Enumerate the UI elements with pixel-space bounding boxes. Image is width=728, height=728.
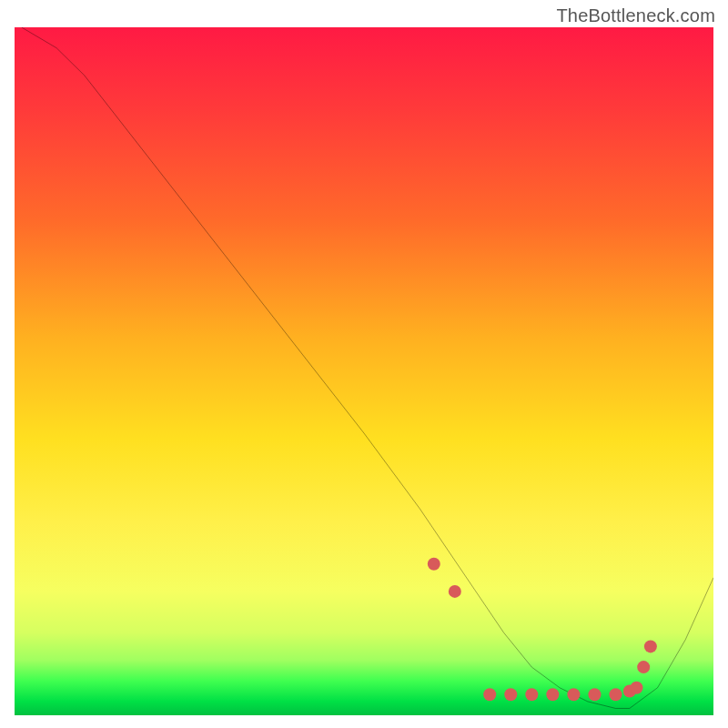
marker-dot [637, 661, 650, 673]
marker-dot [567, 688, 580, 701]
marker-dot [504, 688, 517, 701]
marker-dot [483, 688, 496, 701]
marker-dots-group [428, 558, 657, 702]
watermark-text: TheBottleneck.com [556, 5, 715, 26]
marker-dot [449, 585, 461, 598]
plot-area [15, 27, 713, 715]
bottleneck-curve-line [22, 27, 713, 708]
chart-container: TheBottleneck.com [0, 0, 728, 728]
marker-dot [546, 688, 559, 701]
marker-dot [428, 558, 440, 571]
marker-dot [644, 640, 657, 652]
marker-dot [525, 688, 538, 701]
marker-dot [588, 688, 601, 701]
chart-svg [15, 27, 713, 715]
marker-dot [631, 682, 643, 694]
marker-dot [609, 688, 622, 701]
